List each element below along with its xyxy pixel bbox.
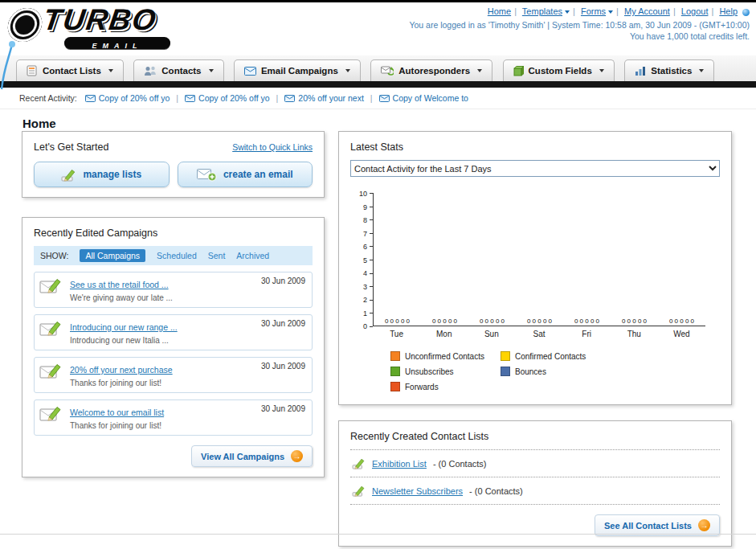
main-nav: Contact Lists Contacts Email Campaigns A…: [0, 55, 756, 81]
contact-lists-icon: [27, 65, 38, 76]
chart-day-column: 0 0 0 0 0: [658, 193, 705, 326]
campaign-title-link[interactable]: 20% off your next purchase: [70, 365, 173, 375]
manage-lists-label: manage lists: [83, 169, 141, 180]
tab-contacts[interactable]: Contacts: [133, 59, 223, 81]
nav-link-templates[interactable]: Templates: [522, 6, 570, 16]
legend-item: Unsubscribes: [390, 367, 501, 376]
nav-link-my-account[interactable]: My Account: [624, 6, 670, 16]
y-tick-label: 4: [363, 269, 367, 277]
tab-custom-fields[interactable]: Custom Fields: [503, 59, 615, 81]
x-tick-label: Mon: [420, 330, 468, 338]
footer-divider: [0, 534, 756, 535]
filter-sent[interactable]: Sent: [208, 251, 226, 260]
campaign-title-link[interactable]: See us at the retail food ...: [70, 280, 169, 289]
y-tick-label: 3: [363, 283, 367, 291]
contact-list-count: - (0 Contacts): [433, 459, 487, 469]
filter-scheduled[interactable]: Scheduled: [157, 251, 197, 260]
recent-campaigns-panel: Recently Edited Campaigns SHOW: All Camp…: [22, 217, 325, 477]
tab-statistics[interactable]: Statistics: [624, 59, 714, 81]
nav-link-help[interactable]: Help: [719, 6, 738, 16]
stats-period-select[interactable]: Contact Activity for the Last 7 Days: [350, 160, 720, 177]
campaign-item[interactable]: See us at the retail food ... We're givi…: [34, 272, 313, 308]
logo-subtitle: EMAIL: [92, 42, 143, 50]
chevron-down-icon: [599, 69, 604, 72]
filter-all-campaigns[interactable]: All Campaigns: [80, 249, 145, 262]
get-started-panel: Let's Get Started Switch to Quick Links …: [22, 131, 325, 198]
show-label: SHOW:: [40, 251, 68, 260]
contact-list-item[interactable]: Exhibition List - (0 Contacts): [350, 450, 720, 477]
tab-contact-lists[interactable]: Contact Lists: [16, 59, 124, 81]
y-tick-label: 7: [363, 230, 367, 238]
chevron-down-icon: [209, 69, 214, 72]
bar-value-labels: 0 0 0 0 0: [658, 318, 705, 325]
recent-activity-item[interactable]: 20% off your next: [284, 93, 364, 103]
chart-day-column: 0 0 0 0 0: [516, 193, 563, 326]
bar-value-labels: 0 0 0 0 0: [563, 318, 611, 325]
contact-list-item[interactable]: Newsletter Subscribers - (0 Contacts): [350, 477, 720, 505]
envelope-icon: [244, 67, 256, 76]
tab-label: Statistics: [651, 66, 692, 76]
y-tick-label: 10: [359, 190, 367, 198]
recent-activity-item[interactable]: Copy of 20% off yo: [85, 93, 170, 103]
contact-activity-chart: 10 9 8 7 6 5 4 3 2 1 0 0 0 0 0: [350, 193, 720, 338]
recent-activity-item[interactable]: Copy of 20% off yo: [185, 93, 270, 103]
view-all-campaigns-label: View All Campaigns: [201, 452, 284, 461]
create-email-button[interactable]: create an email: [178, 162, 313, 187]
chart-day-column: 0 0 0 0 0: [611, 193, 658, 326]
x-tick-label: Fri: [563, 330, 611, 338]
left-column: Let's Get Started Switch to Quick Links …: [22, 131, 325, 477]
campaign-title-link[interactable]: Introducing our new range ...: [70, 322, 178, 332]
campaign-item[interactable]: Introducing our new range ... Introducin…: [34, 314, 313, 350]
campaign-subtitle: We're giving away our late ...: [70, 293, 250, 302]
legend-label: Unconfirmed Contacts: [405, 352, 484, 361]
x-tick-label: Tue: [373, 330, 420, 338]
campaign-title-link[interactable]: Welcome to our email list: [70, 408, 164, 417]
y-tick-label: 2: [363, 296, 367, 304]
recent-activity-item[interactable]: Copy of Welcome to: [379, 93, 468, 103]
turbo-email-logo[interactable]: TURBO EMAIL: [6, 5, 215, 51]
view-all-campaigns-button[interactable]: View All Campaigns →: [191, 445, 313, 467]
bar-value-labels: 0 0 0 0 0: [468, 318, 516, 325]
manage-lists-button[interactable]: manage lists: [34, 162, 170, 187]
nav-link-logout[interactable]: Logout: [681, 6, 709, 16]
y-tick-label: 8: [363, 216, 367, 224]
separator: |: [711, 6, 713, 16]
chevron-down-icon: [608, 10, 613, 14]
y-tick-label: 6: [363, 243, 367, 251]
separator: |: [176, 93, 178, 103]
tab-label: Custom Fields: [529, 66, 592, 76]
bar-value-labels: 0 0 0 0 0: [611, 318, 658, 325]
see-all-contact-lists-button[interactable]: See All Contact Lists →: [595, 514, 720, 536]
bar-chart-icon: [635, 66, 646, 76]
campaign-subtitle: Introducing our new Italia ...: [70, 336, 250, 345]
filter-archived[interactable]: Archived: [236, 251, 269, 260]
tab-autoresponders[interactable]: Autoresponders: [370, 59, 492, 81]
contact-list-link[interactable]: Newsletter Subscribers: [372, 486, 463, 496]
header: TURBO EMAIL Home| Templates| Forms| My A…: [0, 2, 756, 55]
contact-list-link[interactable]: Exhibition List: [372, 459, 427, 469]
recent-activity-text: Copy of 20% off yo: [99, 93, 170, 103]
campaign-item[interactable]: Welcome to our email list Thanks for joi…: [34, 399, 313, 436]
nav-link-forms[interactable]: Forms: [581, 6, 613, 16]
recent-activity-bar: Recent Activity: Copy of 20% off yo | Co…: [0, 88, 756, 109]
chart-day-column: 0 0 0 0 0: [563, 193, 611, 326]
nav-divider: [0, 81, 756, 88]
campaign-item[interactable]: 20% off your next purchase Thanks for jo…: [34, 357, 313, 393]
tab-email-campaigns[interactable]: Email Campaigns: [234, 59, 361, 81]
campaigns-title: Recently Edited Campaigns: [34, 227, 313, 239]
create-email-label: create an email: [223, 169, 293, 180]
nav-link-home[interactable]: Home: [488, 6, 511, 16]
get-started-title: Let's Get Started: [34, 141, 108, 153]
envelope-icon: [284, 95, 295, 102]
recent-activity-text: 20% off your next: [298, 93, 364, 103]
envelope-icon: [379, 95, 390, 102]
separator: |: [514, 6, 517, 16]
turbo-email-app: TURBO EMAIL Home| Templates| Forms| My A…: [0, 0, 756, 549]
recent-contact-lists-panel: Recently Created Contact Lists Exhibitio…: [338, 420, 732, 547]
speedometer-icon: [6, 8, 44, 42]
campaign-date: 30 Jun 2009: [261, 404, 305, 413]
switch-quick-links-link[interactable]: Switch to Quick Links: [232, 142, 313, 152]
chevron-down-icon: [565, 10, 570, 14]
envelope-pencil-icon: [39, 362, 63, 381]
tab-label: Email Campaigns: [261, 66, 338, 76]
